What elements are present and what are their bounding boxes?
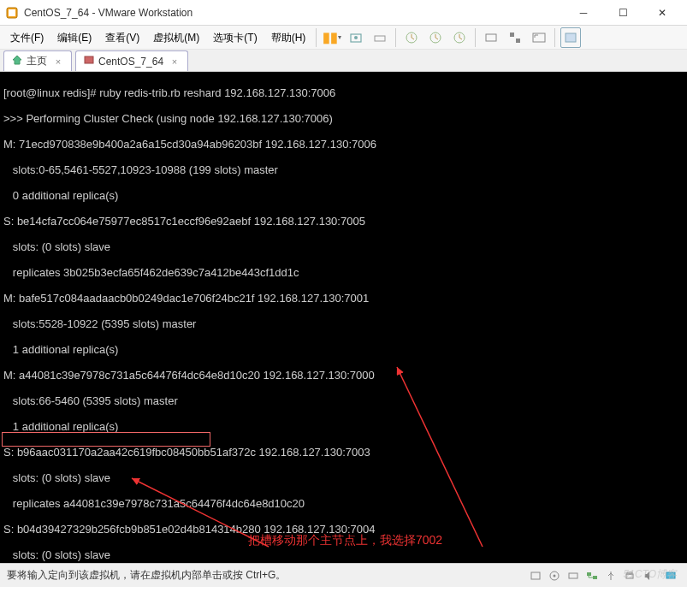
- status-usb-icon[interactable]: [603, 568, 619, 583]
- arrow-annotation-2: [308, 346, 508, 563]
- menu-help[interactable]: 帮助(H): [264, 28, 313, 47]
- terminal[interactable]: [root@linux redis]# ruby redis-trib.rb r…: [0, 72, 687, 563]
- toolbar-divider: [554, 28, 555, 47]
- thumbnail-icon[interactable]: [481, 27, 501, 48]
- tab-home[interactable]: 主页 ×: [3, 50, 72, 71]
- fullscreen-icon[interactable]: [529, 27, 549, 48]
- window-titlebar: CentOS_7_64 - VMware Workstation ─ ☐ ✕: [0, 0, 687, 26]
- terminal-line: S: be14cfa7cc064e75977ec8517c1eccf96e92a…: [3, 215, 684, 228]
- status-cd-icon[interactable]: [547, 568, 562, 583]
- svg-rect-20: [587, 572, 591, 576]
- close-button[interactable]: ✕: [643, 0, 682, 26]
- terminal-line: >>> Performing Cluster Check (using node…: [3, 112, 684, 125]
- annotation-text: 把槽移动那个主节点上，我选择7002: [248, 534, 442, 547]
- toolbar-divider: [475, 28, 476, 47]
- vm-icon: [83, 54, 95, 68]
- clock-icon-1[interactable]: [401, 27, 422, 48]
- svg-rect-10: [516, 38, 520, 43]
- menu-tabs[interactable]: 选项卡(T): [206, 28, 264, 47]
- svg-rect-13: [85, 56, 93, 63]
- terminal-line: M: 71ecd970838e9b400a2a6a15cd30a94ab9620…: [3, 138, 684, 151]
- pause-button[interactable]: ▮▮▾: [322, 27, 342, 48]
- maximize-button[interactable]: ☐: [603, 0, 643, 26]
- svg-rect-9: [510, 33, 514, 37]
- status-net-icon[interactable]: [584, 568, 600, 583]
- terminal-line: slots:5528-10922 (5395 slots) master: [3, 317, 684, 330]
- tab-home-label: 主页: [27, 54, 47, 68]
- status-disk-icon[interactable]: [528, 568, 543, 583]
- statusbar: 要将输入定向到该虚拟机，请在虚拟机内部单击或按 Ctrl+G。: [0, 563, 687, 587]
- svg-point-3: [354, 36, 358, 39]
- svg-rect-4: [375, 36, 385, 41]
- watermark: 51CTO博客: [624, 567, 677, 582]
- minimize-button[interactable]: ─: [564, 0, 603, 26]
- terminal-line: 0 additional replica(s): [3, 189, 684, 202]
- clock-icon-2[interactable]: [425, 27, 446, 48]
- clock-icon-3[interactable]: [449, 27, 470, 48]
- menu-vm[interactable]: 虚拟机(M): [146, 28, 206, 47]
- console-view-icon[interactable]: [560, 27, 581, 48]
- menu-edit[interactable]: 编辑(E): [50, 28, 98, 47]
- terminal-line: M: bafe517c084aadaacb0b0249dac1e706f24bc…: [3, 292, 684, 305]
- menu-file[interactable]: 文件(F): [3, 28, 50, 47]
- app-icon: [5, 6, 19, 20]
- svg-rect-21: [593, 576, 597, 579]
- unity-icon[interactable]: [505, 27, 525, 48]
- toolbar-divider: [395, 28, 396, 47]
- tab-centos-close[interactable]: ×: [169, 56, 181, 67]
- toolbar-divider: [316, 28, 317, 47]
- svg-rect-19: [569, 573, 577, 578]
- svg-line-15: [397, 367, 483, 547]
- menu-view[interactable]: 查看(V): [98, 28, 146, 47]
- svg-point-18: [554, 574, 556, 577]
- tab-centos[interactable]: CentOS_7_64 ×: [75, 50, 188, 71]
- statusbar-message: 要将输入定向到该虚拟机，请在虚拟机内部单击或按 Ctrl+G。: [7, 568, 526, 583]
- send-ctrlaltdel-icon[interactable]: [370, 27, 390, 48]
- tab-home-close[interactable]: ×: [52, 56, 64, 67]
- status-disk2-icon[interactable]: [566, 568, 581, 583]
- terminal-line: [root@linux redis]# ruby redis-trib.rb r…: [3, 86, 684, 99]
- snapshot-icon[interactable]: [346, 27, 366, 48]
- menubar: 文件(F) 编辑(E) 查看(V) 虚拟机(M) 选项卡(T) 帮助(H) ▮▮…: [0, 26, 687, 50]
- svg-rect-12: [566, 33, 576, 42]
- terminal-line: slots: (0 slots) slave: [3, 240, 684, 253]
- terminal-line: replicates 3b025b3ecfa65f462de639c7a412b…: [3, 266, 684, 279]
- svg-rect-8: [486, 34, 496, 41]
- tabbar: 主页 × CentOS_7_64 ×: [0, 50, 687, 72]
- window-title: CentOS_7_64 - VMware Workstation: [24, 7, 564, 19]
- svg-rect-1: [9, 9, 15, 16]
- home-icon: [11, 54, 23, 68]
- highlight-box: [2, 432, 210, 447]
- svg-rect-16: [531, 572, 540, 579]
- terminal-line: slots:0-65,5461-5527,10923-10988 (199 sl…: [3, 163, 684, 176]
- tab-centos-label: CentOS_7_64: [98, 56, 163, 68]
